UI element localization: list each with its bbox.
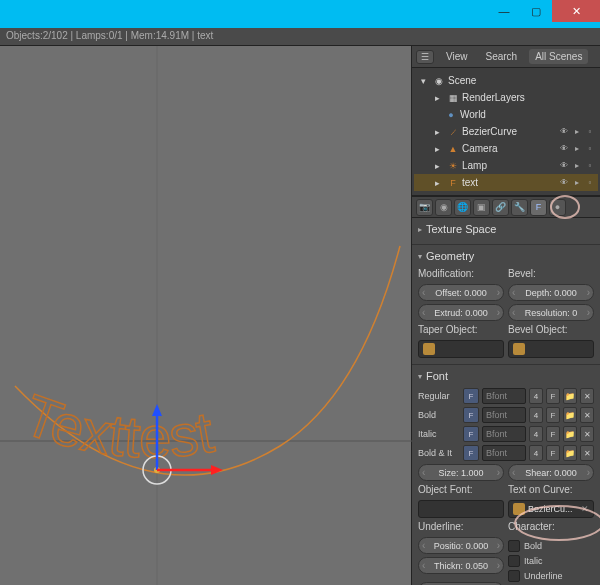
font-fake-button[interactable]: F [546,426,560,442]
tab-material-icon[interactable]: ● [549,199,566,216]
geometry-panel: ▾Geometry Modification: Bevel: Offset: 0… [412,245,600,365]
font-browse-icon[interactable]: F [463,426,479,442]
tree-scene[interactable]: ▾ ◉ Scene [414,72,598,89]
visibility-icon[interactable]: 👁 [558,143,570,155]
tab-data-icon[interactable]: F [530,199,547,216]
tree-world[interactable]: ● World [414,106,598,123]
text-object[interactable]: Texttest [16,326,380,469]
font-name-field[interactable]: Bfont [482,445,526,461]
modification-label: Modification: [418,268,504,279]
font-open-icon[interactable]: 📁 [563,388,577,404]
svg-marker-8 [211,465,223,475]
font-bolditalic-row: Bold & It F Bfont 4 F 📁 ✕ [418,445,594,461]
font-users-button[interactable]: 4 [529,426,543,442]
underline-checkbox-row[interactable]: Underline [508,570,594,582]
size-field[interactable]: Size: 1.000 [418,464,504,481]
select-icon[interactable]: ▸ [571,177,583,189]
font-open-icon[interactable]: 📁 [563,445,577,461]
tab-constraints-icon[interactable]: 🔗 [492,199,509,216]
visibility-icon[interactable]: 👁 [558,177,570,189]
font-clear-icon[interactable]: ✕ [580,407,594,423]
tab-scene-icon[interactable]: ◉ [435,199,452,216]
render-icon[interactable]: ▫ [584,143,596,155]
font-bold-row: Bold F Bfont 4 F 📁 ✕ [418,407,594,423]
offset-field[interactable]: Offset: 0.000 [418,284,504,301]
position-field[interactable]: Positio: 0.000 [418,537,504,554]
expand-icon[interactable]: ▸ [430,125,444,139]
tree-bezier[interactable]: ▸ ⟋ BezierCurve 👁 ▸ ▫ [414,123,598,140]
editor-type-icon[interactable]: ☰ [416,50,434,64]
clear-icon[interactable]: ✕ [581,504,589,514]
font-open-icon[interactable]: 📁 [563,407,577,423]
checkbox-icon[interactable] [508,540,520,552]
font-browse-icon[interactable]: F [463,407,479,423]
select-icon[interactable]: ▸ [571,160,583,172]
select-icon[interactable]: ▸ [571,143,583,155]
extrude-field[interactable]: Extrud: 0.000 [418,304,504,321]
search-menu[interactable]: Search [480,49,524,64]
font-users-button[interactable]: 4 [529,388,543,404]
tab-world-icon[interactable]: 🌐 [454,199,471,216]
outliner-panel[interactable]: ▾ ◉ Scene ▸ ▦ RenderLayers ● World ▸ ⟋ B… [412,68,600,196]
select-icon[interactable]: ▸ [571,126,583,138]
tab-modifiers-icon[interactable]: 🔧 [511,199,528,216]
shear-field[interactable]: Shear: 0.000 [508,464,594,481]
tree-renderlayers[interactable]: ▸ ▦ RenderLayers [414,89,598,106]
collapse-icon[interactable]: ▾ [418,372,422,381]
checkbox-icon[interactable] [508,555,520,567]
font-clear-icon[interactable]: ✕ [580,388,594,404]
expand-icon[interactable]: ▸ [430,91,444,105]
resolution-field[interactable]: Resolution: 0 [508,304,594,321]
font-browse-icon[interactable]: F [463,388,479,404]
thickness-field[interactable]: Thickn: 0.050 [418,557,504,574]
expand-icon[interactable]: ▸ [430,176,444,190]
font-browse-icon[interactable]: F [463,445,479,461]
font-name-field[interactable]: Bfont [482,407,526,423]
visibility-icon[interactable]: 👁 [558,160,570,172]
font-fake-button[interactable]: F [546,407,560,423]
italic-checkbox-row[interactable]: Italic [508,555,594,567]
font-regular-row: Regular F Bfont 4 F 📁 ✕ [418,388,594,404]
text-on-curve-field[interactable]: BezierCu...✕ [508,500,594,518]
underline-label: Underline: [418,521,504,532]
maximize-button[interactable]: ▢ [520,0,552,22]
allscenes-dropdown[interactable]: All Scenes [529,49,588,64]
font-clear-icon[interactable]: ✕ [580,445,594,461]
font-users-button[interactable]: 4 [529,407,543,423]
collapse-icon[interactable]: ▸ [418,225,422,234]
curve-icon: ⟋ [446,125,460,139]
checkbox-icon[interactable] [508,570,520,582]
viewport-3d[interactable]: Texttest [0,46,412,585]
cube-icon [513,343,525,355]
texture-space-panel[interactable]: ▸Texture Space [412,218,600,245]
font-users-button[interactable]: 4 [529,445,543,461]
font-open-icon[interactable]: 📁 [563,426,577,442]
visibility-icon[interactable]: 👁 [558,126,570,138]
expand-icon[interactable]: ▸ [430,159,444,173]
render-icon[interactable]: ▫ [584,126,596,138]
bold-checkbox-row[interactable]: Bold [508,540,594,552]
expand-icon[interactable]: ▾ [416,74,430,88]
tab-object-icon[interactable]: ▣ [473,199,490,216]
render-icon[interactable]: ▫ [584,177,596,189]
depth-field[interactable]: Depth: 0.000 [508,284,594,301]
view-menu[interactable]: View [440,49,474,64]
font-fake-button[interactable]: F [546,388,560,404]
taper-object-field[interactable] [418,340,504,358]
font-fake-button[interactable]: F [546,445,560,461]
font-name-field[interactable]: Bfont [482,388,526,404]
expand-icon[interactable]: ▸ [430,142,444,156]
tab-render-icon[interactable]: 📷 [416,199,433,216]
render-icon[interactable]: ▫ [584,160,596,172]
font-clear-icon[interactable]: ✕ [580,426,594,442]
close-button[interactable]: ✕ [552,0,600,22]
bevel-object-field[interactable] [508,340,594,358]
tree-lamp[interactable]: ▸ ☀ Lamp 👁 ▸ ▫ [414,157,598,174]
svg-text:Texttest: Texttest [16,381,218,469]
tree-camera[interactable]: ▸ ▲ Camera 👁 ▸ ▫ [414,140,598,157]
font-name-field[interactable]: Bfont [482,426,526,442]
tree-text[interactable]: ▸ F text 👁 ▸ ▫ [414,174,598,191]
collapse-icon[interactable]: ▾ [418,252,422,261]
minimize-button[interactable]: — [488,0,520,22]
object-font-field[interactable] [418,500,504,518]
